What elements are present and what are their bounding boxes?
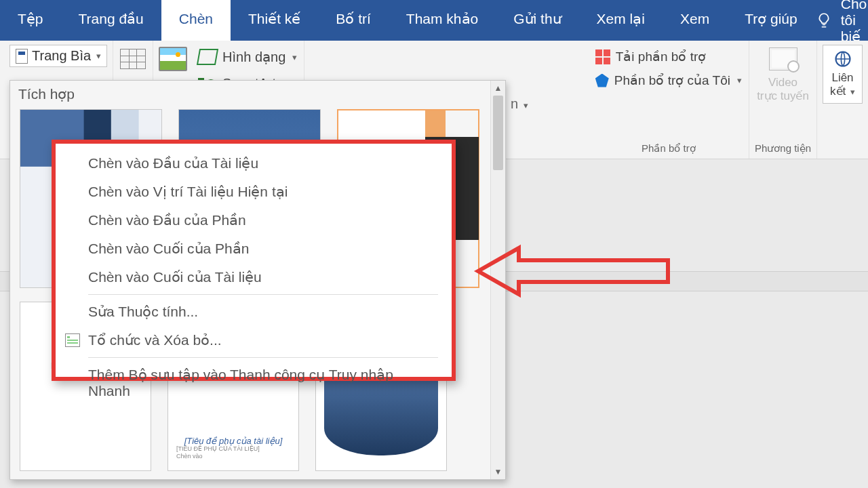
chevron-down-icon: ▾ [737, 75, 742, 85]
picture-icon [159, 47, 187, 71]
truncated-label: n [511, 96, 518, 111]
tab-file[interactable]: Tệp [0, 0, 61, 41]
annotation-arrow [478, 244, 675, 301]
link-icon [832, 49, 854, 68]
cover-page-button[interactable]: Trang Bìa ▾ [9, 45, 107, 67]
tab-references[interactable]: Tham khảo [389, 0, 496, 41]
organize-icon [65, 333, 80, 347]
link-label1: Liên [831, 71, 853, 85]
tab-help[interactable]: Trợ giúp [727, 0, 815, 41]
ctx-insert-section-start[interactable]: Chèn vào Đầu của Phần [56, 206, 452, 235]
tab-view[interactable]: Xem [663, 0, 727, 41]
addins-group-label: Phần bổ trợ [642, 140, 696, 157]
table-icon [120, 49, 146, 69]
globe-icon [787, 60, 800, 73]
online-video-button[interactable]: Video trực tuyến [757, 45, 809, 104]
ctx-organize-label: Tổ chức và Xóa bỏ... [88, 332, 222, 348]
tab-review[interactable]: Xem lại [579, 0, 663, 41]
tab-layout[interactable]: Bố trí [318, 0, 389, 41]
tab-design[interactable]: Thiết kế [231, 0, 318, 41]
shapes-icon [197, 49, 218, 65]
context-menu: Chèn vào Đầu của Tài liệu Chèn vào Vị tr… [56, 144, 452, 411]
tab-home[interactable]: Trang đầu [61, 0, 161, 41]
ctx-insert-section-end[interactable]: Chèn vào Cuối của Phần [56, 235, 452, 263]
tab-insert[interactable]: Chèn [161, 0, 231, 41]
lightbulb-icon [815, 12, 833, 29]
scroll-up-icon[interactable]: ▲ [491, 81, 505, 96]
ctx-insert-doc-start[interactable]: Chèn vào Đầu của Tài liệu [56, 149, 452, 178]
menu-separator [88, 294, 438, 295]
ctx-insert-doc-end[interactable]: Chèn vào Cuối của Tài liệu [56, 263, 452, 291]
chevron-down-icon: ▾ [96, 51, 101, 61]
chevron-down-icon: ▾ [292, 52, 297, 62]
context-menu-highlight: Chèn vào Đầu của Tài liệu Chèn vào Vị tr… [52, 140, 456, 381]
truncated-dropdown[interactable]: n ▾ [511, 96, 528, 112]
my-addins-button[interactable]: Phần bổ trợ của Tôi ▾ [594, 68, 743, 92]
store-icon [595, 49, 610, 64]
tab-mailings[interactable]: Gửi thư [496, 0, 578, 41]
shapes-label: Hình dạng [222, 49, 285, 65]
get-addins-button[interactable]: Tải phần bổ trợ [594, 45, 708, 68]
video-icon [769, 47, 797, 70]
svg-marker-1 [478, 248, 668, 294]
my-addins-label: Phần bổ trợ của Tôi [614, 73, 730, 88]
media-group-label: Phương tiện [755, 140, 811, 157]
tell-me-label: Cho tôi biế [841, 0, 867, 45]
cover-page-icon [16, 49, 28, 64]
chevron-down-icon: ▾ [524, 100, 528, 110]
ctx-add-to-qat[interactable]: Thêm Bộ sưu tập vào Thanh công cụ Truy n… [56, 361, 452, 405]
online-video-label1: Video [768, 76, 797, 89]
link-button[interactable]: Liên kết ▾ [823, 45, 863, 104]
ctx-insert-current-pos[interactable]: Chèn vào Vị trí Tài liệu Hiện tại [56, 178, 452, 206]
ctx-organize-delete[interactable]: Tổ chức và Xóa bỏ... [56, 326, 452, 354]
pictures-button[interactable] [159, 45, 187, 76]
get-addins-label: Tải phần bổ trợ [616, 49, 707, 64]
table-button[interactable] [119, 45, 147, 76]
online-video-label2: trực tuyến [757, 89, 809, 103]
chevron-down-icon: ▾ [850, 87, 855, 97]
addins-icon [595, 74, 609, 87]
link-label2: kết [830, 85, 846, 98]
shapes-button[interactable]: Hình dạng ▾ [197, 46, 298, 68]
ribbon-tabs: Tệp Trang đầu Chèn Thiết kế Bố trí Tham … [0, 0, 868, 41]
scrollbar-thumb[interactable] [493, 96, 503, 170]
cover-page-label: Trang Bìa [32, 48, 91, 64]
ctx-edit-properties[interactable]: Sửa Thuộc tính... [56, 298, 452, 326]
menu-separator [88, 357, 438, 358]
tell-me[interactable]: Cho tôi biế [815, 0, 868, 41]
gallery-section-header: Tích hợp [10, 81, 505, 109]
scroll-down-icon[interactable]: ▼ [491, 464, 505, 479]
